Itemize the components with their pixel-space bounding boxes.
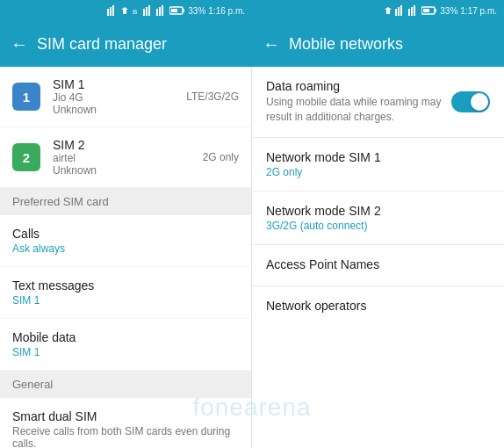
calls-row[interactable]: Calls Ask always bbox=[0, 215, 251, 267]
text-messages-row[interactable]: Text messages SIM 1 bbox=[0, 267, 251, 319]
mobile-data-row[interactable]: Mobile data SIM 1 bbox=[0, 319, 251, 371]
calls-value: Ask always bbox=[12, 242, 239, 255]
sim1-info: SIM 1 Jio 4G Unknown bbox=[53, 77, 174, 116]
data-roaming-toggle[interactable] bbox=[451, 91, 490, 112]
smart-dual-sim-label: Smart dual SIM bbox=[12, 409, 239, 423]
network-mode-sim2-row[interactable]: Network mode SIM 2 3G/2G (auto connect) bbox=[252, 191, 504, 245]
svg-rect-18 bbox=[414, 5, 415, 16]
network-mode-sim1-row[interactable]: Network mode SIM 1 2G only bbox=[252, 138, 504, 191]
network-operators-info: Network operators bbox=[266, 299, 490, 314]
sim1-item[interactable]: 1 SIM 1 Jio 4G Unknown LTE/3G/2G bbox=[0, 67, 251, 127]
calls-label: Calls bbox=[12, 227, 239, 241]
sim1-icon: 1 bbox=[12, 83, 40, 111]
left-header-title: SIM card manager bbox=[37, 35, 167, 54]
svg-rect-20 bbox=[423, 9, 429, 12]
sim2-item[interactable]: 2 SIM 2 airtel Unknown 2G only bbox=[0, 127, 251, 188]
svg-rect-6 bbox=[148, 5, 150, 16]
network-mode-sim1-label: Network mode SIM 1 bbox=[266, 150, 490, 164]
access-point-names-info: Access Point Names bbox=[266, 257, 490, 273]
status-icons-left: B 33% 1:16 p.m. bbox=[107, 5, 245, 16]
smart-dual-sim-row[interactable]: Smart dual SIM Receive calls from both S… bbox=[0, 398, 251, 448]
back-arrow-right[interactable]: ← bbox=[263, 34, 280, 54]
status-bar-left: B 33% 1:16 p.m. bbox=[0, 0, 252, 21]
svg-rect-17 bbox=[411, 7, 413, 16]
text-messages-label: Text messages bbox=[12, 278, 239, 293]
network-operators-row[interactable]: Network operators bbox=[252, 286, 504, 327]
svg-rect-15 bbox=[400, 5, 402, 16]
battery-percent-right: 33% bbox=[440, 6, 457, 16]
status-bar-right: 33% 1:17 p.m. bbox=[252, 0, 504, 21]
svg-rect-0 bbox=[107, 9, 109, 16]
time-left: 1:16 p.m. bbox=[208, 6, 245, 16]
svg-rect-1 bbox=[110, 7, 112, 16]
data-roaming-label: Data roaming bbox=[266, 79, 451, 93]
svg-rect-5 bbox=[146, 7, 148, 16]
svg-rect-14 bbox=[398, 7, 400, 16]
network-mode-sim2-info: Network mode SIM 2 3G/2G (auto connect) bbox=[266, 204, 490, 232]
access-point-names-label: Access Point Names bbox=[266, 257, 490, 271]
sim2-carrier: airtel bbox=[53, 152, 191, 164]
svg-text:B: B bbox=[133, 8, 137, 15]
network-mode-sim2-value: 3G/2G (auto connect) bbox=[266, 220, 490, 232]
data-roaming-row[interactable]: Data roaming Using mobile data while roa… bbox=[252, 67, 504, 138]
sim2-type: 2G only bbox=[203, 151, 239, 163]
svg-rect-13 bbox=[395, 9, 397, 16]
time-right: 1:17 p.m. bbox=[460, 6, 497, 16]
mobile-data-label: Mobile data bbox=[12, 330, 239, 344]
sim1-status: Unknown bbox=[53, 104, 174, 116]
preferred-sim-section: Preferred SIM card bbox=[0, 188, 251, 215]
right-panel: Data roaming Using mobile data while roa… bbox=[252, 67, 504, 448]
data-roaming-info: Data roaming Using mobile data while roa… bbox=[266, 79, 451, 125]
sim2-info: SIM 2 airtel Unknown bbox=[53, 138, 191, 177]
text-messages-value: SIM 1 bbox=[12, 294, 239, 307]
sim1-type: LTE/3G/2G bbox=[186, 90, 239, 103]
general-section: General bbox=[0, 371, 251, 398]
svg-rect-21 bbox=[435, 9, 436, 12]
right-header: ← Mobile networks bbox=[252, 21, 504, 67]
svg-rect-8 bbox=[159, 7, 161, 16]
toggle-knob bbox=[471, 93, 488, 111]
svg-rect-16 bbox=[408, 9, 410, 16]
network-mode-sim1-value: 2G only bbox=[266, 166, 490, 178]
left-header: ← SIM card manager bbox=[0, 21, 252, 67]
sim1-carrier: Jio 4G bbox=[53, 91, 174, 104]
left-panel: 1 SIM 1 Jio 4G Unknown LTE/3G/2G 2 SIM 2… bbox=[0, 67, 252, 448]
svg-rect-7 bbox=[156, 9, 158, 16]
network-operators-label: Network operators bbox=[266, 299, 490, 313]
mobile-data-value: SIM 1 bbox=[12, 346, 239, 358]
network-mode-sim2-label: Network mode SIM 2 bbox=[266, 204, 490, 218]
network-mode-sim1-info: Network mode SIM 1 2G only bbox=[266, 150, 490, 178]
sim2-icon: 2 bbox=[12, 143, 40, 171]
svg-rect-11 bbox=[171, 9, 177, 12]
svg-rect-2 bbox=[112, 5, 114, 16]
access-point-names-row[interactable]: Access Point Names bbox=[252, 245, 504, 286]
svg-rect-12 bbox=[183, 9, 184, 12]
sim2-status: Unknown bbox=[53, 164, 191, 177]
svg-rect-9 bbox=[162, 5, 163, 16]
svg-rect-4 bbox=[143, 9, 145, 16]
status-icons-right: 33% 1:17 p.m. bbox=[384, 5, 497, 16]
battery-percent-left: 33% bbox=[188, 6, 205, 16]
sim2-name: SIM 2 bbox=[53, 138, 191, 152]
right-header-title: Mobile networks bbox=[289, 35, 403, 54]
sim1-name: SIM 1 bbox=[53, 77, 174, 91]
smart-dual-sim-desc: Receive calls from both SIM cards even d… bbox=[12, 425, 239, 448]
data-roaming-desc: Using mobile data while roaming may resu… bbox=[266, 95, 451, 125]
back-arrow-left[interactable]: ← bbox=[11, 34, 28, 54]
